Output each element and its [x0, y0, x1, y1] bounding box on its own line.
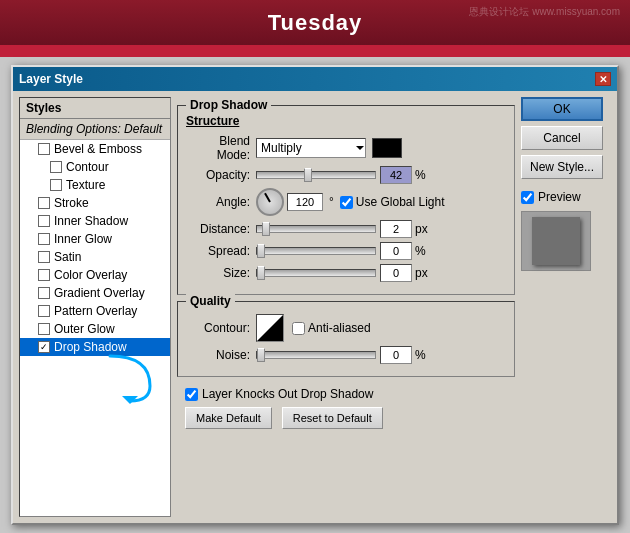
arrow-decoration [100, 346, 170, 406]
size-input[interactable] [380, 264, 412, 282]
drop-shadow-group-label: Drop Shadow [186, 98, 271, 112]
gradient-overlay-checkbox[interactable] [38, 287, 50, 299]
blend-mode-select[interactable]: Multiply Normal Screen [256, 138, 366, 158]
distance-slider-track[interactable] [256, 225, 376, 233]
inner-shadow-label: Inner Shadow [54, 214, 128, 228]
noise-row: Noise: % [186, 346, 506, 364]
use-global-light-checkbox[interactable] [340, 196, 353, 209]
spread-unit: % [415, 244, 426, 258]
size-row: Size: px [186, 264, 506, 282]
contour-row: Contour: Anti-aliased [186, 314, 506, 342]
blend-mode-label: Blend Mode: [186, 134, 256, 162]
blending-options-item[interactable]: Blending Options: Default [20, 119, 170, 140]
outer-glow-checkbox[interactable] [38, 323, 50, 335]
opacity-input[interactable] [380, 166, 412, 184]
noise-slider-thumb[interactable] [257, 348, 265, 362]
angle-dial[interactable] [256, 188, 284, 216]
cancel-button[interactable]: Cancel [521, 126, 603, 150]
dialog-titlebar: Layer Style ✕ [13, 67, 617, 91]
preview-label: Preview [538, 190, 581, 204]
opacity-slider-track[interactable] [256, 171, 376, 179]
angle-row: Angle: ° Use Global Light [186, 188, 506, 216]
size-unit: px [415, 266, 428, 280]
size-label: Size: [186, 266, 256, 280]
preview-section: Preview [521, 190, 611, 271]
drop-shadow-checkbox[interactable] [38, 341, 50, 353]
quality-group: Quality Contour: Anti-aliased [177, 301, 515, 377]
structure-label: Structure [186, 114, 506, 128]
buttons-panel: OK Cancel New Style... Preview [521, 97, 611, 517]
opacity-label: Opacity: [186, 168, 256, 182]
preview-checkbox[interactable] [521, 191, 534, 204]
anti-aliased-row: Anti-aliased [292, 321, 371, 335]
inner-shadow-checkbox[interactable] [38, 215, 50, 227]
style-item-pattern-overlay[interactable]: Pattern Overlay [20, 302, 170, 320]
size-slider-track[interactable] [256, 269, 376, 277]
quality-group-label: Quality [186, 294, 235, 308]
noise-slider-track[interactable] [256, 351, 376, 359]
new-style-button[interactable]: New Style... [521, 155, 603, 179]
settings-panel: Drop Shadow Structure Blend Mode: Multip… [177, 97, 515, 517]
bevel-emboss-label: Bevel & Emboss [54, 142, 142, 156]
shadow-color-swatch[interactable] [372, 138, 402, 158]
layer-knocks-label: Layer Knocks Out Drop Shadow [202, 387, 373, 401]
bottom-area: Layer Knocks Out Drop Shadow Make Defaul… [177, 383, 515, 433]
contour-label: Contour [66, 160, 109, 174]
distance-slider-thumb[interactable] [262, 222, 270, 236]
noise-input[interactable] [380, 346, 412, 364]
anti-aliased-checkbox[interactable] [292, 322, 305, 335]
spread-label: Spread: [186, 244, 256, 258]
ok-button[interactable]: OK [521, 97, 603, 121]
pattern-overlay-checkbox[interactable] [38, 305, 50, 317]
style-item-bevel-emboss[interactable]: Bevel & Emboss [20, 140, 170, 158]
close-button[interactable]: ✕ [595, 72, 611, 86]
spread-input[interactable] [380, 242, 412, 260]
style-item-contour[interactable]: Contour [20, 158, 170, 176]
anti-aliased-label: Anti-aliased [308, 321, 371, 335]
styles-panel: Styles Blending Options: Default Bevel &… [19, 97, 171, 517]
opacity-slider-thumb[interactable] [304, 168, 312, 182]
opacity-row: Opacity: % [186, 166, 506, 184]
style-item-satin[interactable]: Satin [20, 248, 170, 266]
style-item-inner-glow[interactable]: Inner Glow [20, 230, 170, 248]
watermark: 恩典设计论坛 www.missyuan.com [469, 5, 620, 19]
dialog-background: Layer Style ✕ Styles Blending Options: D… [0, 57, 630, 533]
size-slider-thumb[interactable] [257, 266, 265, 280]
drop-shadow-group: Drop Shadow Structure Blend Mode: Multip… [177, 105, 515, 295]
arrow-area [20, 356, 170, 406]
layer-knocks-checkbox[interactable] [185, 388, 198, 401]
style-item-gradient-overlay[interactable]: Gradient Overlay [20, 284, 170, 302]
preview-check-row: Preview [521, 190, 581, 204]
satin-checkbox[interactable] [38, 251, 50, 263]
spread-slider-track[interactable] [256, 247, 376, 255]
angle-input[interactable] [287, 193, 323, 211]
opacity-unit: % [415, 168, 426, 182]
reset-to-default-button[interactable]: Reset to Default [282, 407, 383, 429]
blend-mode-select-wrapper[interactable]: Multiply Normal Screen [256, 138, 366, 158]
angle-needle [264, 193, 271, 203]
bevel-emboss-checkbox[interactable] [38, 143, 50, 155]
dialog-title-label: Layer Style [19, 72, 83, 86]
spread-slider-thumb[interactable] [257, 244, 265, 258]
stroke-checkbox[interactable] [38, 197, 50, 209]
contour-checkbox[interactable] [50, 161, 62, 173]
styles-header: Styles [20, 98, 170, 119]
satin-label: Satin [54, 250, 81, 264]
make-default-button[interactable]: Make Default [185, 407, 272, 429]
use-global-light-label: Use Global Light [356, 195, 445, 209]
default-buttons-row: Make Default Reset to Default [185, 407, 507, 429]
angle-label: Angle: [186, 195, 256, 209]
distance-input[interactable] [380, 220, 412, 238]
contour-box[interactable] [256, 314, 284, 342]
color-overlay-checkbox[interactable] [38, 269, 50, 281]
style-item-stroke[interactable]: Stroke [20, 194, 170, 212]
style-item-color-overlay[interactable]: Color Overlay [20, 266, 170, 284]
style-item-outer-glow[interactable]: Outer Glow [20, 320, 170, 338]
texture-checkbox[interactable] [50, 179, 62, 191]
stroke-label: Stroke [54, 196, 89, 210]
style-item-inner-shadow[interactable]: Inner Shadow [20, 212, 170, 230]
blend-mode-row: Blend Mode: Multiply Normal Screen [186, 134, 506, 162]
sub-header [0, 45, 630, 57]
style-item-texture[interactable]: Texture [20, 176, 170, 194]
inner-glow-checkbox[interactable] [38, 233, 50, 245]
